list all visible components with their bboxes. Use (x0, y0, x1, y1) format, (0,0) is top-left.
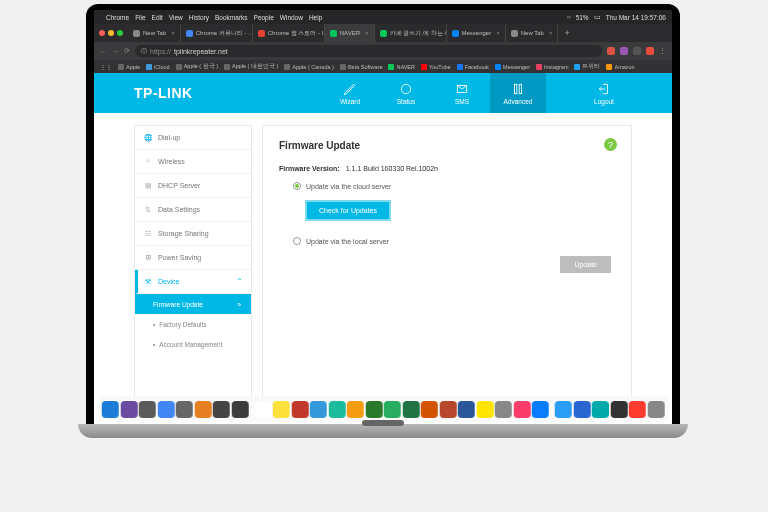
browser-tab[interactable]: New Tab× (506, 24, 559, 42)
sidebar-item-storage[interactable]: ☷Storage Sharing (135, 222, 251, 246)
dock-app-icon[interactable] (532, 401, 549, 418)
dock-app-icon[interactable] (495, 401, 512, 418)
browser-tab[interactable]: NAVER× (325, 24, 375, 42)
browser-tab[interactable]: Chrome 웹 스토어 - l…× (253, 24, 325, 42)
bookmark-item[interactable]: Messenger (495, 63, 530, 70)
dock-app-icon[interactable] (365, 401, 382, 418)
window-zoom[interactable] (117, 30, 123, 36)
dock-app-icon[interactable] (647, 401, 664, 418)
dock-app-icon[interactable] (402, 401, 419, 418)
forward-button[interactable]: → (112, 48, 119, 55)
nav-logout[interactable]: Logout (576, 73, 632, 113)
dock-app-icon[interactable] (194, 401, 211, 418)
dock-app-icon[interactable] (555, 401, 572, 418)
dock-app-icon[interactable] (213, 401, 230, 418)
window-close[interactable] (99, 30, 105, 36)
extension-icon[interactable] (646, 47, 654, 55)
browser-tab[interactable]: 카페 글쓰기,에 하는 시…× (375, 24, 447, 42)
menu-edit[interactable]: Edit (152, 14, 163, 21)
menu-view[interactable]: View (169, 14, 183, 21)
dock-app-icon[interactable] (384, 401, 401, 418)
dock-app-icon[interactable] (610, 401, 627, 418)
dock-app-icon[interactable] (176, 401, 193, 418)
window-minimize[interactable] (108, 30, 114, 36)
dock-app-icon[interactable] (231, 401, 248, 418)
wifi-icon[interactable]: ⌔ (567, 14, 571, 21)
bookmark-item[interactable]: Apple ( 대한민국 ) (224, 63, 278, 70)
nav-status[interactable]: Status (378, 73, 434, 113)
browser-tab[interactable]: New Tab× (128, 24, 181, 42)
browser-tab[interactable]: Messenger× (447, 24, 506, 42)
dock-app-icon[interactable] (102, 401, 119, 418)
bookmark-item[interactable]: YouTube (421, 63, 451, 70)
sidebar-item-dhcp[interactable]: ▤DHCP Server (135, 174, 251, 198)
bookmark-item[interactable]: Apple ( 한국 ) (176, 63, 218, 70)
nav-advanced[interactable]: Advanced (490, 73, 546, 113)
sidebar-sub-account[interactable]: Account Management (135, 334, 251, 354)
bookmark-item[interactable]: Facebook (457, 63, 489, 70)
sidebar-item-dialup[interactable]: 🌐Dial-up (135, 126, 251, 150)
dock-app-icon[interactable] (273, 401, 290, 418)
dock-app-icon[interactable] (476, 401, 493, 418)
dock-app-icon[interactable] (291, 401, 308, 418)
bookmark-item[interactable]: Amazon (606, 63, 634, 70)
bookmark-item[interactable]: Apple (118, 63, 140, 70)
menu-people[interactable]: People (254, 14, 274, 21)
menu-history[interactable]: History (189, 14, 209, 21)
bookmark-item[interactable]: 트위터 (574, 63, 600, 70)
extension-icon[interactable] (607, 47, 615, 55)
dock-app-icon[interactable] (592, 401, 609, 418)
dock-app-icon[interactable] (458, 401, 475, 418)
extension-icon[interactable] (620, 47, 628, 55)
dock-app-icon[interactable] (157, 401, 174, 418)
dock-app-icon[interactable] (347, 401, 364, 418)
menu-help[interactable]: Help (309, 14, 322, 21)
bookmark-item[interactable]: Beta Software (340, 63, 383, 70)
radio-local[interactable]: Update via the local server (293, 237, 615, 245)
dock-app-icon[interactable] (513, 401, 530, 418)
extension-icon[interactable] (633, 47, 641, 55)
radio-cloud[interactable]: Update via the cloud server (293, 182, 615, 190)
dock-app-icon[interactable] (310, 401, 327, 418)
sidebar-item-power[interactable]: ⛨Power Saving (135, 246, 251, 270)
close-tab-icon[interactable]: × (365, 30, 369, 36)
dock-app-icon[interactable] (120, 401, 137, 418)
update-button[interactable]: Update (560, 256, 611, 273)
chrome-menu[interactable]: ⋮ (659, 47, 666, 55)
dock-app-icon[interactable] (421, 401, 438, 418)
dock-app-icon[interactable] (573, 401, 590, 418)
address-bar[interactable]: ⓘ https:// tplinkrepeater.net (135, 45, 602, 57)
bookmark-item[interactable]: Apple ( Canada ) (284, 63, 334, 70)
nav-sms[interactable]: SMS (434, 73, 490, 113)
dock-app-icon[interactable] (629, 401, 646, 418)
sidebar-item-device[interactable]: ⚒Device ⌃ (135, 270, 251, 294)
sidebar-sub-factory[interactable]: Factory Defaults (135, 314, 251, 334)
dock-app-icon[interactable] (254, 401, 271, 418)
check-updates-button[interactable]: Check for Updates (305, 200, 391, 221)
dock-app-icon[interactable] (439, 401, 456, 418)
nav-wizard[interactable]: Wizard (322, 73, 378, 113)
close-tab-icon[interactable]: × (549, 30, 553, 36)
clock[interactable]: Thu Mar 14 19:57:06 (606, 14, 666, 21)
app-name[interactable]: Chrome (106, 14, 129, 21)
menu-window[interactable]: Window (280, 14, 303, 21)
sidebar-sub-firmware[interactable]: Firmware Update» (135, 294, 251, 314)
menu-bookmarks[interactable]: Bookmarks (215, 14, 248, 21)
bookmark-item[interactable]: iCloud (146, 63, 170, 70)
sidebar-item-wireless[interactable]: ⌔Wireless (135, 150, 251, 174)
reload-button[interactable]: ⟳ (124, 47, 130, 55)
apps-shortcut[interactable]: ⋮⋮ (100, 64, 112, 70)
bookmark-item[interactable]: NAVER (388, 63, 415, 70)
close-tab-icon[interactable]: × (496, 30, 500, 36)
new-tab-button[interactable]: + (558, 28, 575, 38)
menu-file[interactable]: File (135, 14, 145, 21)
bookmark-item[interactable]: Instagram (536, 63, 568, 70)
sidebar-item-data[interactable]: ⇅Data Settings (135, 198, 251, 222)
help-button[interactable]: ? (604, 138, 617, 151)
bookmark-icon (536, 64, 542, 70)
dock-app-icon[interactable] (328, 401, 345, 418)
dock-app-icon[interactable] (139, 401, 156, 418)
back-button[interactable]: ← (100, 48, 107, 55)
close-tab-icon[interactable]: × (171, 30, 175, 36)
browser-tab[interactable]: Chrome 커뮤니티 - …× (181, 24, 253, 42)
